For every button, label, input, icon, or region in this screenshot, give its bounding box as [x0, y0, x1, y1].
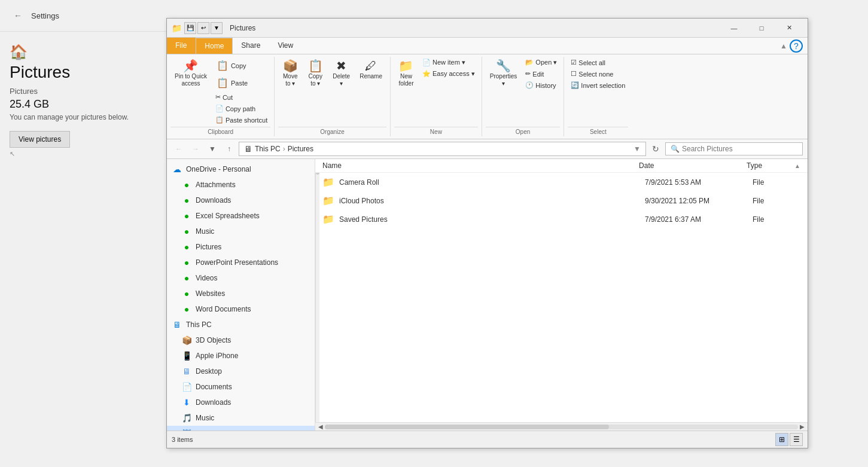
this-pc-label: This PC [186, 321, 212, 329]
sidebar-item-pictures-od[interactable]: ● Pictures [167, 239, 315, 255]
hscroll-right-btn[interactable]: ▶ [798, 423, 806, 430]
sort-indicator[interactable]: ▲ [794, 163, 800, 169]
sidebar-item-3d-objects[interactable]: 📦 3D Objects [167, 332, 315, 348]
help-button[interactable]: ? [790, 39, 803, 53]
new-folder-button[interactable]: 📁 Newfolder [394, 57, 418, 90]
ribbon-group-select: ☑ Select all ☐ Select none 🔄 Invert sele… [564, 57, 632, 136]
close-button[interactable]: ✕ [775, 19, 803, 38]
sidebar-item-apple-iphone[interactable]: 📱 Apple iPhone [167, 348, 315, 364]
horizontal-scrollbar[interactable]: ◀ ▶ [315, 422, 808, 431]
ribbon-collapse-btn[interactable]: ▲ [780, 42, 787, 50]
forward-button[interactable]: → [188, 142, 203, 156]
sidebar-item-music[interactable]: 🎵 Music [167, 410, 315, 426]
tab-home[interactable]: Home [196, 38, 233, 54]
file-type-camera-roll: File [753, 178, 800, 187]
file-area-container: Name Date Type ▲ 📁 Camera Roll 7/9/2021 … [315, 159, 808, 431]
sidebar-item-onedrive[interactable]: ☁ OneDrive - Personal [167, 161, 315, 177]
search-input[interactable] [682, 145, 797, 153]
select-items: ☑ Select all ☐ Select none 🔄 Invert sele… [568, 57, 628, 126]
pictures-od-label: Pictures [196, 243, 221, 251]
file-row-saved-pictures[interactable]: 📁 Saved Pictures 7/9/2021 6:37 AM File [315, 210, 808, 228]
up-button[interactable]: ↑ [222, 142, 236, 156]
sidebar-item-ppt[interactable]: ● PowerPoint Presentations [167, 255, 315, 270]
col-name-header[interactable]: Name [322, 161, 639, 170]
sidebar-item-downloads-od[interactable]: ● Downloads [167, 193, 315, 208]
delete-button[interactable]: ✖ Delete▾ [328, 57, 354, 90]
file-name-icloud-photos: iCloud Photos [339, 197, 645, 205]
edit-button[interactable]: ✏ Edit [522, 68, 560, 80]
sidebar-container: ☁ OneDrive - Personal ● Attachments ● Do… [167, 159, 315, 431]
tab-share[interactable]: Share [233, 38, 269, 54]
rename-button[interactable]: 🖊 Rename [355, 57, 386, 83]
sidebar-item-documents[interactable]: 📄 Documents [167, 379, 315, 395]
recent-button[interactable]: ▼ [205, 142, 220, 156]
copy-to-button[interactable]: 📋 Copyto ▾ [303, 57, 327, 90]
clipboard-items: 📌 Pin to Quickaccess 📋 Copy 📋 Paste [170, 57, 270, 126]
sidebar-item-word[interactable]: ● Word Documents [167, 301, 315, 317]
col-type-header[interactable]: Type [747, 161, 794, 170]
maximize-button[interactable]: □ [748, 19, 775, 38]
select-none-button[interactable]: ☐ Select none [568, 68, 628, 80]
settings-back-button[interactable]: ← [10, 7, 26, 24]
new-item-icon: 📄 [422, 59, 431, 66]
sidebar-item-videos[interactable]: ● Videos [167, 270, 315, 286]
sidebar-item-this-pc[interactable]: 🖥 This PC [167, 317, 315, 332]
open-items: 🔧 Properties▾ 📂 Open ▾ ✏ Edit [486, 57, 561, 126]
paste-button[interactable]: 📋 Paste [212, 74, 270, 91]
minimize-button[interactable]: — [720, 19, 748, 38]
explorer-window-icon: 📁 [172, 23, 182, 33]
new-item-button[interactable]: 📄 New item ▾ [419, 57, 478, 68]
sidebar-item-music-od[interactable]: ● Music [167, 224, 315, 239]
move-to-button[interactable]: 📦 Moveto ▾ [278, 57, 302, 90]
clipboard-group-label: Clipboard [170, 127, 270, 136]
invert-selection-button[interactable]: 🔄 Invert selection [568, 80, 628, 91]
back-button[interactable]: ← [172, 142, 186, 156]
copy-path-button[interactable]: 📄 Copy path [212, 103, 270, 114]
refresh-button[interactable]: ↻ [648, 142, 663, 156]
sidebar-item-desktop[interactable]: 🖥 Desktop [167, 364, 315, 379]
address-dropdown-btn[interactable]: ▼ [634, 145, 641, 153]
settings-desc: You can manage your pictures below. [10, 113, 157, 121]
address-bar[interactable]: 🖥 This PC › Pictures ▼ [239, 142, 646, 156]
view-list-btn[interactable]: ☰ [790, 433, 803, 446]
desktop-icon: 🖥 [181, 367, 192, 376]
tab-view[interactable]: View [269, 38, 302, 54]
open-button[interactable]: 📂 Open ▾ [522, 57, 560, 68]
quick-save-btn[interactable]: 💾 [184, 22, 196, 34]
quick-arrow-btn[interactable]: ▼ [211, 22, 223, 34]
explorer-window: 📁 💾 ↩ ▼ Pictures — □ ✕ File Home Share V… [166, 18, 808, 448]
col-date-header[interactable]: Date [639, 161, 747, 170]
paste-shortcut-button[interactable]: 📋 Paste shortcut [212, 114, 270, 126]
pin-label: Pin to Quickaccess [175, 73, 207, 87]
attachments-label: Attachments [196, 181, 236, 189]
file-row-icloud-photos[interactable]: 📁 iCloud Photos 9/30/2021 12:05 PM File [315, 191, 808, 210]
history-button[interactable]: 🕐 History [522, 80, 560, 91]
file-row-camera-roll[interactable]: 📁 Camera Roll 7/9/2021 5:53 AM File [315, 173, 808, 191]
open-label: Open ▾ [535, 59, 557, 66]
select-group-label: Select [568, 127, 628, 136]
documents-icon: 📄 [181, 382, 192, 392]
cut-button[interactable]: ✂ Cut [212, 91, 270, 103]
pin-to-quick-access-button[interactable]: 📌 Pin to Quickaccess [170, 57, 211, 90]
hscroll-left-btn[interactable]: ◀ [316, 423, 325, 430]
history-label: History [535, 82, 556, 89]
properties-button[interactable]: 🔧 Properties▾ [486, 57, 522, 90]
pin-icon: 📌 [183, 60, 198, 72]
paste-shortcut-label: Paste shortcut [226, 117, 267, 124]
view-details-btn[interactable]: ⊞ [775, 433, 788, 446]
sidebar-item-websites[interactable]: ● Websites [167, 286, 315, 301]
select-all-button[interactable]: ☑ Select all [568, 57, 628, 68]
sidebar-item-pictures[interactable]: 🖼 Pictures [167, 426, 315, 431]
sidebar-item-attachments[interactable]: ● Attachments [167, 177, 315, 193]
sidebar-item-downloads[interactable]: ⬇ Downloads [167, 395, 315, 410]
tab-file[interactable]: File [167, 38, 196, 54]
copy-button[interactable]: 📋 Copy [212, 57, 270, 74]
quick-undo-btn[interactable]: ↩ [197, 22, 209, 34]
cut-label: Cut [223, 94, 233, 101]
new-group-label: New [394, 127, 478, 136]
invert-selection-icon: 🔄 [571, 81, 579, 89]
view-pictures-button[interactable]: View pictures [10, 131, 70, 148]
easy-access-button[interactable]: ⭐ Easy access ▾ [419, 68, 478, 80]
edit-label: Edit [532, 71, 544, 78]
sidebar-item-excel[interactable]: ● Excel Spreadsheets [167, 208, 315, 224]
